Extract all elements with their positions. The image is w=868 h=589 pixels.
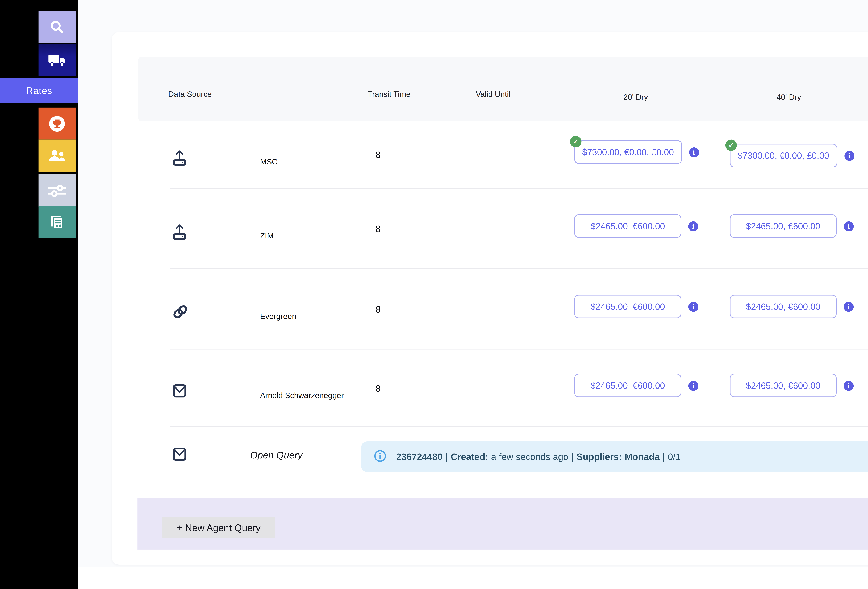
- sidebar-item-settings[interactable]: [38, 174, 75, 206]
- rate-cell-20-dry: ✓ $7300.00, €0.00, £0.00 i: [561, 140, 716, 164]
- table-row: MSC 8 ✓ $7300.00, €0.00, £0.00 i ✓ $7300…: [112, 121, 868, 189]
- open-query-label: Open Query: [250, 450, 303, 461]
- info-icon[interactable]: i: [688, 380, 698, 390]
- verified-badge-icon: ✓: [725, 140, 737, 151]
- sidebar-item-reports[interactable]: [38, 206, 75, 238]
- open-query-banner-text: 236724480|Created:a few seconds ago|Supp…: [396, 451, 681, 462]
- open-query-row: Open Query 236724480|Created:a few secon…: [112, 427, 868, 491]
- suppliers-count: 0/1: [668, 451, 681, 462]
- app-window: Rates: [0, 0, 868, 589]
- info-icon[interactable]: i: [689, 147, 699, 157]
- rate-value: $2465.00, €600.00: [590, 302, 665, 311]
- rate-cell-20-dry: ✓ $2465.00, €600.00 i: [561, 294, 716, 318]
- query-id: 236724480: [396, 451, 443, 462]
- column-header-20-dry: 20' Dry: [623, 93, 648, 101]
- verified-badge-icon: ✓: [570, 136, 582, 147]
- rate-value: $2465.00, €600.00: [746, 221, 820, 231]
- rate-box[interactable]: ✓ $2465.00, €600.00: [574, 214, 681, 238]
- table-header: Data Source Transit Time Valid Until 20'…: [138, 57, 868, 121]
- suppliers-label: Suppliers:: [577, 451, 622, 462]
- data-source-name: ZIM: [260, 231, 274, 240]
- search-icon: [49, 19, 65, 34]
- rate-box[interactable]: ✓ $2465.00, €600.00: [574, 294, 681, 318]
- rate-value: $2465.00, €600.00: [590, 380, 665, 390]
- rates-table-card: Data Source Transit Time Valid Until 20'…: [112, 32, 868, 564]
- rate-value: $7300.00, €0.00, £0.00: [737, 150, 829, 161]
- rate-cell-route-rates: ✓ $2465.00, €600.00 i: [867, 214, 868, 238]
- link-icon: [172, 304, 200, 319]
- rate-box[interactable]: ✓ $2465.00, €600.00: [730, 374, 837, 397]
- rate-value: $2465.00, €600.00: [746, 380, 820, 390]
- open-query-banner[interactable]: 236724480|Created:a few seconds ago|Supp…: [361, 442, 868, 472]
- people-icon: [49, 149, 66, 162]
- table-row: Arnold Schwarzenegger 8 ✓ $2465.00, €600…: [112, 349, 868, 427]
- rate-value: $2465.00, €600.00: [590, 221, 665, 231]
- created-value: a few seconds ago: [491, 451, 568, 462]
- rate-cell-40-dry: ✓ $2465.00, €600.00 i: [716, 294, 867, 318]
- rate-cell-route-rates: ✓ $2465.00, €600.00 i: [867, 297, 868, 321]
- info-outline-icon: [374, 449, 386, 464]
- data-source-name: Arnold Schwarzenegger: [260, 390, 344, 399]
- sidebar-item-deals[interactable]: [38, 107, 75, 140]
- info-icon[interactable]: i: [844, 150, 854, 161]
- rate-cell-40-dry: ✓ $2465.00, €600.00 i: [716, 374, 867, 397]
- reports-icon: [49, 213, 66, 230]
- info-icon[interactable]: i: [688, 302, 698, 311]
- table-row: ZIM 8 ✓ $2465.00, €600.00 i ✓ $2465.00, …: [112, 189, 868, 269]
- sidebar-item-rates-active[interactable]: Rates: [0, 78, 78, 103]
- rate-cell-20-dry: ✓ $2465.00, €600.00 i: [561, 374, 716, 397]
- rate-box[interactable]: ✓ $7300.00, €0.00, £0.00: [730, 144, 837, 167]
- info-icon[interactable]: i: [844, 302, 853, 311]
- sidebar: Rates: [0, 0, 78, 589]
- truck-icon: [49, 54, 66, 66]
- rate-box[interactable]: ✓ $2465.00, €600.00: [574, 374, 681, 397]
- column-header-transit-time: Transit Time: [368, 90, 410, 98]
- created-label: Created:: [451, 451, 488, 462]
- rate-cell-40-dry: ✓ $2465.00, €600.00 i: [716, 214, 867, 238]
- column-header-valid-until: Valid Until: [476, 90, 511, 98]
- sidebar-item-search[interactable]: [38, 11, 75, 43]
- data-source-name: MSC: [260, 157, 278, 165]
- column-header-data-source: Data Source: [168, 90, 212, 98]
- sliders-icon: [48, 184, 66, 197]
- trophy-icon: [48, 114, 66, 133]
- rates-label: Rates: [26, 85, 52, 96]
- rate-value: $2465.00, €600.00: [746, 302, 820, 311]
- transit-time-value: 8: [375, 224, 433, 234]
- suppliers-value: Monada: [624, 451, 660, 462]
- info-icon[interactable]: i: [844, 380, 853, 390]
- mail-icon: [172, 446, 187, 465]
- page-bottom-strip: [78, 567, 868, 589]
- new-agent-query-button[interactable]: + New Agent Query: [162, 517, 275, 538]
- info-icon[interactable]: i: [844, 221, 853, 231]
- rate-box[interactable]: ✓ $7300.00, €0.00, £0.00: [574, 140, 682, 164]
- column-header-40-dry: 40' Dry: [776, 93, 801, 101]
- upload-icon: [172, 149, 200, 166]
- transit-time-value: 8: [375, 150, 433, 160]
- mail-icon: [172, 383, 200, 398]
- rate-cell-route-rates: ✓ $2465.00, €600.00 i: [867, 377, 868, 400]
- transit-time-value: 8: [375, 383, 433, 394]
- rate-value: $7300.00, €0.00, £0.00: [582, 147, 674, 157]
- sidebar-item-contacts[interactable]: [38, 140, 75, 172]
- upload-icon: [172, 222, 200, 240]
- transit-time-value: 8: [375, 304, 433, 315]
- rate-box[interactable]: ✓ $2465.00, €600.00: [730, 294, 837, 318]
- data-source-name: Evergreen: [260, 312, 296, 320]
- table-row: Evergreen 8 ✓ $2465.00, €600.00 i ✓ $246…: [112, 269, 868, 350]
- rate-box[interactable]: ✓ $2465.00, €600.00: [730, 214, 837, 238]
- info-icon[interactable]: i: [688, 221, 698, 231]
- sidebar-item-shipments[interactable]: [38, 44, 75, 76]
- footer-bar: + New Agent Query: [137, 498, 868, 550]
- rate-cell-40-dry: ✓ $7300.00, €0.00, £0.00 i: [716, 144, 867, 167]
- table-body: MSC 8 ✓ $7300.00, €0.00, £0.00 i ✓ $7300…: [112, 121, 868, 491]
- rate-cell-route-rates: ✓ $7300.00, €0.00, £0.00 i: [867, 144, 868, 167]
- rate-cell-20-dry: ✓ $2465.00, €600.00 i: [561, 214, 716, 238]
